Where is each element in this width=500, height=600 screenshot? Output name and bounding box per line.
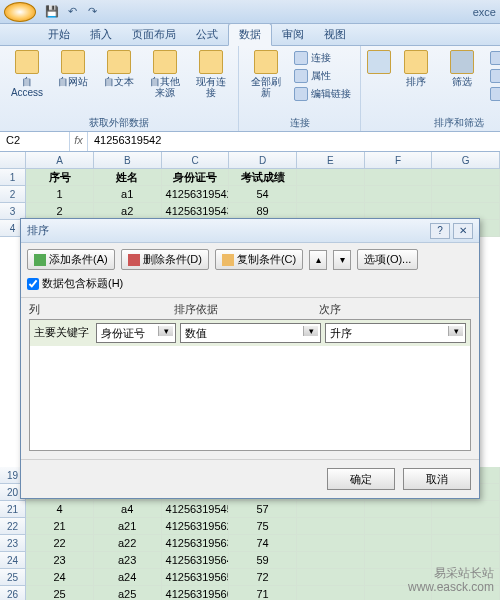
cell[interactable]: 59 <box>229 552 297 569</box>
cell[interactable]: a25 <box>94 586 162 600</box>
cell[interactable]: a21 <box>94 518 162 535</box>
cell[interactable]: a24 <box>94 569 162 586</box>
cell[interactable]: 21 <box>26 518 94 535</box>
cell[interactable] <box>297 518 365 535</box>
cell[interactable] <box>297 586 365 600</box>
clear-button[interactable]: 清除 <box>487 50 500 66</box>
cell[interactable]: 41256319564 <box>162 552 230 569</box>
cell[interactable] <box>432 501 500 518</box>
row-header[interactable]: 25 <box>0 569 26 586</box>
cell[interactable]: 24 <box>26 569 94 586</box>
cell[interactable]: 1 <box>26 186 94 203</box>
undo-icon[interactable]: ↶ <box>64 4 80 20</box>
ok-button[interactable]: 确定 <box>327 468 395 490</box>
cell[interactable] <box>297 186 365 203</box>
has-header-checkbox[interactable]: 数据包含标题(H) <box>27 276 123 291</box>
cell[interactable]: 74 <box>229 535 297 552</box>
sort-key-combo[interactable]: 身份证号 <box>96 323 176 343</box>
row-header[interactable]: 24 <box>0 552 26 569</box>
cell[interactable] <box>297 501 365 518</box>
sort-az-button[interactable] <box>367 48 391 78</box>
move-up-button[interactable]: ▴ <box>309 250 327 270</box>
filter-button[interactable]: 筛选 <box>441 48 483 89</box>
cell[interactable]: a1 <box>94 186 162 203</box>
redo-icon[interactable]: ↷ <box>84 4 100 20</box>
cell[interactable] <box>432 518 500 535</box>
cell[interactable] <box>365 535 433 552</box>
cell[interactable]: 身份证号 <box>162 169 230 186</box>
select-all-corner[interactable] <box>0 152 26 168</box>
copy-condition-button[interactable]: 复制条件(C) <box>215 249 303 270</box>
reapply-button[interactable]: 重新应用 <box>487 68 500 84</box>
tab-insert[interactable]: 插入 <box>80 24 122 45</box>
cell[interactable]: 考试成绩 <box>229 169 297 186</box>
cell[interactable]: 23 <box>26 552 94 569</box>
save-icon[interactable]: 💾 <box>44 4 60 20</box>
refresh-all-button[interactable]: 全部刷新 <box>245 48 287 100</box>
col-B[interactable]: B <box>94 152 162 168</box>
cell[interactable] <box>432 535 500 552</box>
row-header[interactable]: 1 <box>0 169 26 186</box>
cell[interactable] <box>365 186 433 203</box>
close-button[interactable]: ✕ <box>453 223 473 239</box>
cell[interactable]: 75 <box>229 518 297 535</box>
tab-view[interactable]: 视图 <box>314 24 356 45</box>
cell[interactable]: 姓名 <box>94 169 162 186</box>
cell[interactable] <box>297 535 365 552</box>
dialog-titlebar[interactable]: 排序 ? ✕ <box>21 219 479 243</box>
edit-links-button[interactable]: 编辑链接 <box>291 86 354 102</box>
col-C[interactable]: C <box>162 152 230 168</box>
col-E[interactable]: E <box>297 152 365 168</box>
cancel-button[interactable]: 取消 <box>403 468 471 490</box>
row-header[interactable]: 21 <box>0 501 26 518</box>
fx-icon[interactable]: fx <box>70 132 88 151</box>
cell[interactable] <box>297 569 365 586</box>
existing-conn-button[interactable]: 现有连接 <box>190 48 232 100</box>
move-down-button[interactable]: ▾ <box>333 250 351 270</box>
cell[interactable]: 41256319563 <box>162 535 230 552</box>
sort-order-combo[interactable]: 升序 <box>325 323 466 343</box>
cell[interactable]: 序号 <box>26 169 94 186</box>
options-button[interactable]: 选项(O)... <box>357 249 418 270</box>
cell[interactable]: 41256319562 <box>162 518 230 535</box>
cell[interactable]: a22 <box>94 535 162 552</box>
row-header[interactable]: 2 <box>0 186 26 203</box>
tab-review[interactable]: 审阅 <box>272 24 314 45</box>
cell[interactable]: 22 <box>26 535 94 552</box>
from-other-button[interactable]: 自其他来源 <box>144 48 186 100</box>
cell[interactable] <box>432 186 500 203</box>
cell[interactable] <box>365 518 433 535</box>
tab-home[interactable]: 开始 <box>38 24 80 45</box>
add-condition-button[interactable]: 添加条件(A) <box>27 249 115 270</box>
cell[interactable]: 4 <box>26 501 94 518</box>
advanced-button[interactable]: 高级 <box>487 86 500 102</box>
cell[interactable]: 41256319566 <box>162 586 230 600</box>
col-G[interactable]: G <box>432 152 500 168</box>
cell[interactable]: 41256319565 <box>162 569 230 586</box>
sort-button[interactable]: 排序 <box>395 48 437 89</box>
office-button[interactable] <box>4 2 36 22</box>
row-header[interactable]: 22 <box>0 518 26 535</box>
properties-button[interactable]: 属性 <box>291 68 354 84</box>
tab-data[interactable]: 数据 <box>228 23 272 46</box>
cell[interactable] <box>297 552 365 569</box>
from-access-button[interactable]: 自 Access <box>6 48 48 100</box>
cell[interactable] <box>365 501 433 518</box>
cell[interactable]: 41256319542 <box>162 186 230 203</box>
name-box[interactable]: C2 <box>0 132 70 151</box>
formula-input[interactable]: 41256319542 <box>88 132 500 151</box>
col-A[interactable]: A <box>26 152 94 168</box>
cell[interactable]: a23 <box>94 552 162 569</box>
sort-condition-row[interactable]: 主要关键字 身份证号 数值 升序 <box>30 320 470 346</box>
sort-basis-combo[interactable]: 数值 <box>180 323 321 343</box>
connections-button[interactable]: 连接 <box>291 50 354 66</box>
tab-formula[interactable]: 公式 <box>186 24 228 45</box>
cell[interactable]: 41256319545 <box>162 501 230 518</box>
row-header[interactable]: 23 <box>0 535 26 552</box>
row-header[interactable]: 26 <box>0 586 26 600</box>
cell[interactable]: 54 <box>229 186 297 203</box>
cell[interactable]: 72 <box>229 569 297 586</box>
cell[interactable]: 57 <box>229 501 297 518</box>
tab-layout[interactable]: 页面布局 <box>122 24 186 45</box>
cell[interactable]: a4 <box>94 501 162 518</box>
